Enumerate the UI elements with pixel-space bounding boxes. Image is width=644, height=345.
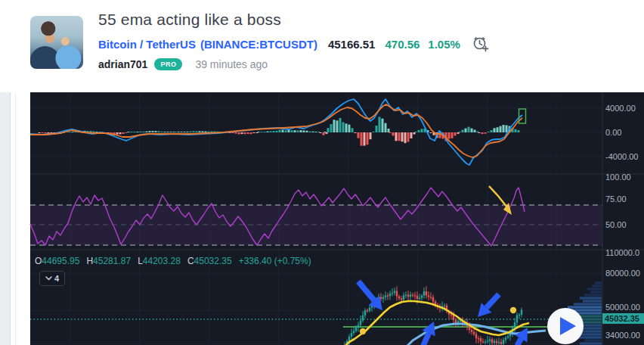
low-value: 44203.28 <box>143 256 181 266</box>
svg-text:80000.00: 80000.00 <box>605 269 640 278</box>
symbol-name-link[interactable]: Bitcoin / TetherUS <box>98 38 196 51</box>
svg-text:110000.0: 110000.0 <box>605 248 639 257</box>
svg-text:4000.00: 4000.00 <box>605 104 636 113</box>
symbol-change-percent: 1.05% <box>428 38 460 51</box>
high-value: 45281.87 <box>93 256 131 266</box>
svg-text:-4000.00: -4000.00 <box>605 152 638 161</box>
hidden-indicator-count: 4 <box>54 274 59 283</box>
svg-text:50000.00: 50000.00 <box>605 303 640 312</box>
publish-time: 39 minutes ago <box>195 58 268 70</box>
open-label: O <box>35 256 42 266</box>
ohlc-legend: O 44695.95 H 45281.87 L 44203.28 C 45032… <box>35 256 311 266</box>
author-username[interactable]: adrian701 <box>98 58 147 70</box>
tradingview-idea-page: { "header": { "title": "55 ema acting li… <box>0 0 644 345</box>
drawn-yellow-dot <box>510 307 516 313</box>
idea-header: 55 ema acting like a boss Bitcoin / Teth… <box>0 0 644 92</box>
close-value: 45032.35 <box>194 256 232 266</box>
high-label: H <box>86 256 93 266</box>
idea-title[interactable]: 55 ema acting like a boss <box>98 11 490 29</box>
drawn-yellow-dot <box>360 328 366 334</box>
symbol-code-link[interactable]: (BINANCE:BTCUSDT) <box>200 38 317 51</box>
bar-change-value: +336.40 (+0.75%) <box>239 256 311 266</box>
symbol-change: 470.56 <box>385 38 420 51</box>
collapse-indicators-button[interactable]: 4 <box>39 271 65 286</box>
pro-badge[interactable]: PRO <box>154 58 182 70</box>
idea-card-border <box>15 50 26 345</box>
low-label: L <box>138 256 143 266</box>
open-value: 44695.95 <box>42 256 79 266</box>
close-label: C <box>187 256 194 266</box>
svg-text:100.00: 100.00 <box>605 172 631 182</box>
svg-text:0.00: 0.00 <box>605 128 621 137</box>
svg-text:34000.00: 34000.00 <box>605 331 640 340</box>
chevron-down-icon <box>45 276 52 281</box>
svg-text:50.00: 50.00 <box>605 220 627 229</box>
svg-text:75.00: 75.00 <box>605 194 627 204</box>
replay-play-button[interactable] <box>547 308 584 344</box>
svg-text:45032.35: 45032.35 <box>605 314 639 323</box>
add-alert-clock-icon[interactable] <box>472 35 490 53</box>
author-avatar[interactable] <box>30 16 83 69</box>
symbol-last-price: 45166.51 <box>328 38 376 51</box>
